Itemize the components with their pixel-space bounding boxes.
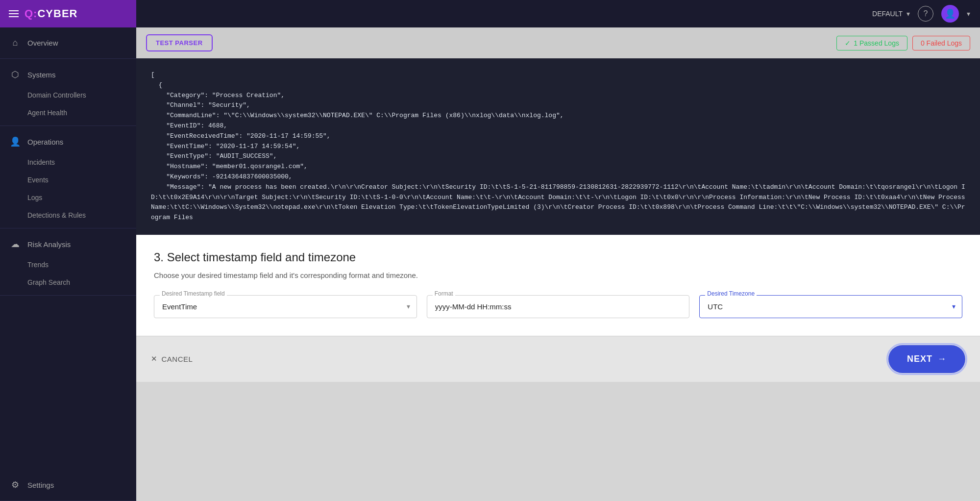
sidebar-item-label-settings: Settings — [27, 481, 54, 489]
timezone-select[interactable]: UTC — [699, 295, 962, 318]
step-description: Choose your desired timestamp field and … — [154, 271, 962, 279]
step-title: 3. Select timestamp field and timezone — [154, 250, 962, 264]
operations-icon: 👤 — [10, 136, 21, 147]
sidebar-item-detections-rules[interactable]: Detections & Rules — [0, 206, 136, 224]
sidebar: Q:CYBER ⌂ Overview ⬡ Systems Domain Cont… — [0, 0, 136, 501]
page-content: TEST PARSER ✓ 1 Passed Logs 0 Failed Log… — [136, 27, 980, 501]
nav-section-overview: ⌂ Overview — [0, 27, 136, 59]
format-label: Format — [433, 290, 455, 297]
sidebar-header: Q:CYBER — [0, 0, 136, 27]
topbar: DEFAULT ▾ ? 👤 ▾ — [136, 0, 980, 27]
timestamp-field-label: Desired Timestamp field — [160, 290, 227, 297]
sidebar-item-logs[interactable]: Logs — [0, 189, 136, 206]
nav-section-risk-analysis: ☁ Risk Analysis Trends Graph Search — [0, 228, 136, 296]
workspace-selector[interactable]: DEFAULT ▾ — [872, 10, 910, 18]
next-button[interactable]: NEXT → — [888, 345, 965, 373]
timestamp-field-select[interactable]: EventTime — [154, 295, 417, 318]
sidebar-item-label-systems: Systems — [27, 71, 56, 79]
nav-section-operations: 👤 Operations Incidents Events Logs Detec… — [0, 126, 136, 228]
timezone-select-wrapper: UTC ▾ — [699, 295, 962, 318]
sidebar-item-incidents[interactable]: Incidents — [0, 153, 136, 171]
next-arrow-icon: → — [937, 354, 947, 364]
cancel-label: CANCEL — [162, 355, 193, 363]
timestamp-field-group: Desired Timestamp field EventTime ▾ — [154, 295, 417, 318]
fields-row: Desired Timestamp field EventTime ▾ Form… — [154, 295, 962, 318]
settings-icon: ⚙ — [10, 479, 21, 490]
avatar[interactable]: 👤 — [941, 5, 959, 23]
nav-section-settings: ⚙ Settings — [0, 469, 136, 501]
logo: Q:CYBER — [24, 7, 77, 20]
timezone-label: Desired Timezone — [705, 290, 757, 297]
bottom-action-bar: ✕ CANCEL NEXT → — [136, 336, 980, 382]
sidebar-item-systems[interactable]: ⬡ Systems — [0, 63, 136, 86]
step-title-text: Select timestamp field and timezone — [167, 250, 356, 264]
next-label: NEXT — [907, 354, 932, 364]
test-parser-button[interactable]: TEST PARSER — [146, 34, 213, 51]
home-icon: ⌂ — [10, 38, 21, 48]
workspace-label: DEFAULT — [872, 10, 903, 18]
logo-suffix: CYBER — [37, 7, 77, 20]
sidebar-item-trends[interactable]: Trends — [0, 256, 136, 274]
check-icon: ✓ — [845, 39, 851, 47]
step-number: 3. — [154, 250, 164, 264]
sidebar-item-label-overview: Overview — [27, 39, 58, 47]
code-block: [ { "Category": "Process Creation", "Cha… — [136, 58, 980, 235]
sidebar-item-agent-health[interactable]: Agent Health — [0, 104, 136, 122]
timezone-field-group: Desired Timezone UTC ▾ — [699, 295, 962, 318]
help-button[interactable]: ? — [918, 6, 933, 22]
passed-logs-label: 1 Passed Logs — [854, 39, 899, 47]
sidebar-item-label-operations: Operations — [27, 138, 63, 146]
topbar-chevron-icon[interactable]: ▾ — [967, 10, 970, 18]
main-content: DEFAULT ▾ ? 👤 ▾ TEST PARSER ✓ 1 Passed L… — [136, 0, 980, 501]
logo-prefix: Q: — [24, 7, 37, 20]
cancel-icon: ✕ — [151, 354, 158, 363]
format-field-group: Format — [427, 295, 690, 318]
sidebar-item-risk-analysis[interactable]: ☁ Risk Analysis — [0, 232, 136, 256]
hamburger-icon[interactable] — [9, 10, 19, 17]
nav-section-systems: ⬡ Systems Domain Controllers Agent Healt… — [0, 59, 136, 126]
cancel-button[interactable]: ✕ CANCEL — [151, 354, 193, 363]
cloud-icon: ☁ — [10, 239, 21, 250]
top-action-bar: TEST PARSER ✓ 1 Passed Logs 0 Failed Log… — [136, 27, 980, 58]
log-status-badges: ✓ 1 Passed Logs 0 Failed Logs — [836, 36, 970, 50]
help-icon: ? — [924, 9, 928, 18]
sidebar-item-graph-search[interactable]: Graph Search — [0, 274, 136, 291]
step-section: 3. Select timestamp field and timezone C… — [136, 235, 980, 336]
format-input[interactable] — [427, 295, 690, 318]
timestamp-select-wrapper: EventTime ▾ — [154, 295, 417, 318]
sidebar-item-settings[interactable]: ⚙ Settings — [0, 473, 136, 497]
sidebar-item-overview[interactable]: ⌂ Overview — [0, 31, 136, 54]
failed-logs-badge: 0 Failed Logs — [912, 36, 970, 50]
avatar-icon: 👤 — [945, 8, 956, 19]
sidebar-item-label-risk: Risk Analysis — [27, 240, 71, 249]
workspace-chevron-icon: ▾ — [906, 10, 910, 18]
passed-logs-badge: ✓ 1 Passed Logs — [836, 36, 907, 50]
sidebar-item-operations[interactable]: 👤 Operations — [0, 130, 136, 153]
sidebar-item-domain-controllers[interactable]: Domain Controllers — [0, 86, 136, 104]
sidebar-item-events[interactable]: Events — [0, 171, 136, 189]
failed-logs-label: 0 Failed Logs — [921, 39, 962, 47]
systems-icon: ⬡ — [10, 69, 21, 80]
